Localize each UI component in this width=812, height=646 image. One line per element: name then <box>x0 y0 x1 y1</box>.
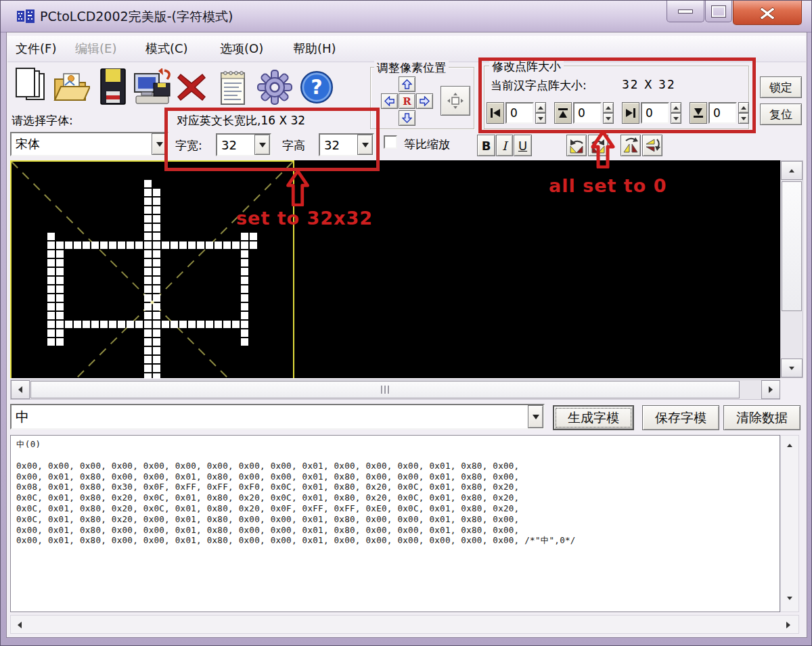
pad-top-spinner[interactable] <box>603 102 614 124</box>
reset-button[interactable]: 复位 <box>760 103 802 125</box>
center-glyph-button[interactable] <box>441 86 470 116</box>
pad-left-input[interactable]: 0 <box>505 102 534 124</box>
canvas-hscrollbar[interactable] <box>10 379 780 400</box>
lock-button[interactable]: 锁定 <box>760 76 802 98</box>
char-width-value: 32 <box>217 135 254 155</box>
output-header: 中(0) <box>16 439 774 450</box>
ratio-label: 对应英文长宽比,16 X 32 <box>177 113 305 129</box>
thumb-grip <box>31 382 739 398</box>
matrix-current-label: 当前汉字点阵大小: <box>491 78 587 93</box>
pad-bottom-icon <box>692 106 705 120</box>
help-icon[interactable]: ? <box>298 70 335 105</box>
char-width-combobox[interactable]: 32 <box>216 133 271 156</box>
generate-button[interactable]: 生成字模 <box>553 405 634 430</box>
rotate-left-button[interactable] <box>566 135 587 156</box>
close-button[interactable] <box>733 1 802 25</box>
char-input-arrow[interactable] <box>528 405 543 428</box>
view-code-icon[interactable] <box>219 68 247 106</box>
move-left-button[interactable] <box>381 93 398 109</box>
menu-mode[interactable]: 模式(C) <box>145 41 188 57</box>
canvas-vscroll-thumb[interactable] <box>782 181 802 311</box>
menu-bar: 文件(F) 编辑(E) 模式(C) 选项(O) 帮助(H) <box>7 36 806 62</box>
pad-left-button[interactable] <box>487 102 504 124</box>
pad-right-button[interactable] <box>622 102 639 124</box>
font-select-label: 请选择字体: <box>12 113 73 129</box>
minimize-button[interactable] <box>667 1 704 22</box>
reset-position-button[interactable]: R <box>399 93 415 109</box>
char-height-combobox[interactable]: 32 <box>319 133 374 156</box>
pixel-grid[interactable] <box>12 162 293 378</box>
output-scroll-up-icon[interactable] <box>787 444 792 447</box>
scale-lock-label: 等比缩放 <box>404 137 450 152</box>
maximize-button[interactable] <box>705 1 732 22</box>
canvas-scroll-left-button[interactable] <box>11 380 30 399</box>
menu-file[interactable]: 文件(F) <box>16 41 56 57</box>
bold-button[interactable]: B <box>477 135 495 156</box>
scroll-up-icon <box>789 169 794 172</box>
output-panel[interactable]: 中(0) 0x00, 0x00, 0x00, 0x00, 0x00, 0x00,… <box>10 435 780 612</box>
maximize-icon <box>712 6 725 17</box>
italic-button[interactable]: I <box>496 135 513 156</box>
char-height-label: 字高 <box>282 138 305 154</box>
move-up-button[interactable] <box>399 76 415 92</box>
open-file-icon[interactable] <box>53 70 90 105</box>
pad-right-spinner[interactable] <box>671 102 681 124</box>
save-to-pc-icon[interactable] <box>133 68 173 105</box>
menu-options[interactable]: 选项(O) <box>220 41 263 57</box>
save-icon[interactable] <box>99 67 127 106</box>
flip-vertical-icon <box>644 137 661 154</box>
char-input-combobox[interactable]: 中 <box>10 404 545 430</box>
output-scroll-down-icon[interactable] <box>787 597 792 600</box>
flip-horizontal-icon <box>622 137 639 154</box>
scroll-left-icon <box>18 386 22 393</box>
rotate-left-icon <box>568 137 585 154</box>
output-hscrollbar[interactable] <box>10 615 799 634</box>
scroll-down-icon <box>789 367 794 370</box>
font-combobox-arrow[interactable] <box>152 133 167 155</box>
flip-horizontal-button[interactable] <box>621 135 641 156</box>
annotation-arrow-zero <box>591 131 615 168</box>
title-bar[interactable]: PCtoLCD2002完美版-(字符模式) <box>1 1 812 32</box>
new-file-icon[interactable] <box>13 67 48 106</box>
font-combobox[interactable]: 宋体 <box>10 132 168 156</box>
pad-right-input[interactable]: 0 <box>641 102 669 124</box>
edit-area-border <box>10 160 294 378</box>
pad-top-button[interactable] <box>554 102 572 124</box>
canvas-hscroll-thumb[interactable] <box>30 381 740 398</box>
down-arrow-icon <box>402 113 412 123</box>
app-icon <box>17 9 36 24</box>
window-title: PCtoLCD2002完美版-(字符模式) <box>40 8 233 26</box>
output-vscrollbar[interactable] <box>780 435 799 612</box>
move-right-button[interactable] <box>416 93 433 109</box>
pad-bottom-input[interactable]: 0 <box>708 102 737 124</box>
move-down-button[interactable] <box>399 110 415 126</box>
menu-help[interactable]: 帮助(H) <box>293 41 336 57</box>
settings-gear-icon[interactable] <box>256 68 293 106</box>
flip-vertical-button[interactable] <box>642 135 662 156</box>
pad-left-spinner[interactable] <box>535 102 546 124</box>
pad-top-input[interactable]: 0 <box>573 102 602 124</box>
output-scroll-right-icon[interactable] <box>786 622 790 628</box>
clear-data-button[interactable]: 清除数据 <box>723 405 800 430</box>
char-input-value: 中 <box>12 405 528 428</box>
char-width-arrow[interactable] <box>254 135 270 155</box>
canvas-scroll-down-button[interactable] <box>781 359 803 377</box>
pad-right-icon <box>624 106 637 120</box>
scale-lock-checkbox[interactable] <box>384 135 397 149</box>
save-font-button[interactable]: 保存字模 <box>642 405 719 430</box>
canvas-scroll-up-button[interactable] <box>781 161 803 180</box>
menu-edit[interactable]: 编辑(E) <box>75 41 116 57</box>
pad-bottom-button[interactable] <box>690 102 707 124</box>
canvas-vscrollbar[interactable] <box>780 160 803 378</box>
char-width-label: 字宽: <box>175 138 202 154</box>
scroll-right-icon <box>769 386 773 393</box>
output-scroll-left-icon[interactable] <box>18 622 22 628</box>
center-glyph-icon <box>446 91 465 110</box>
right-arrow-icon <box>420 96 430 106</box>
delete-icon[interactable] <box>177 72 206 102</box>
pad-bottom-spinner[interactable] <box>738 102 749 124</box>
annotation-all-zero: all set to 0 <box>549 175 667 196</box>
canvas-scroll-right-button[interactable] <box>761 380 780 399</box>
underline-button[interactable]: U <box>514 135 532 156</box>
char-height-arrow[interactable] <box>357 135 373 155</box>
